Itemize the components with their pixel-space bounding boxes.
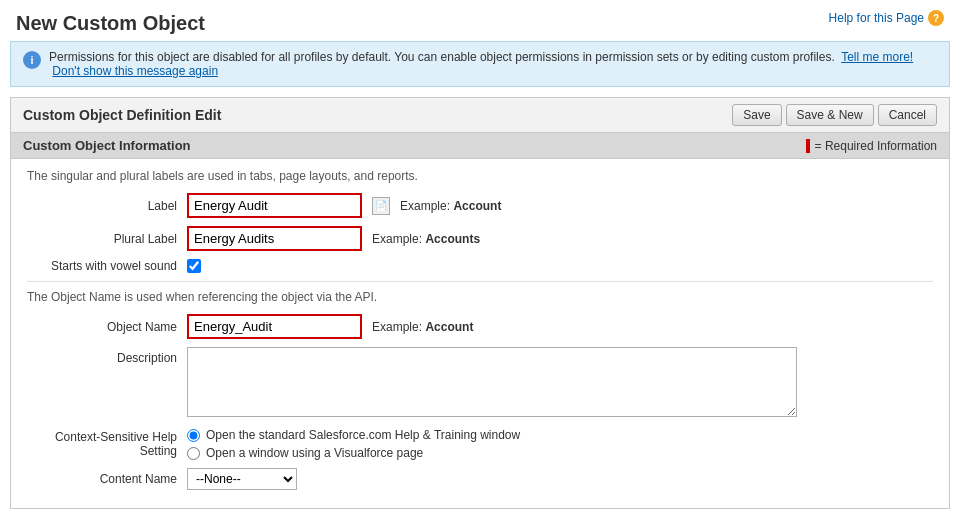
help-radio-group: Open the standard Salesforce.com Help & … xyxy=(187,428,520,460)
required-note: = Required Information xyxy=(806,139,937,153)
help-setting-row: Context-Sensitive Help Setting Open the … xyxy=(27,428,933,460)
lookup-icon[interactable]: 📄 xyxy=(372,197,390,215)
save-new-button[interactable]: Save & New xyxy=(786,104,874,126)
dont-show-link[interactable]: Don't show this message again xyxy=(52,64,218,78)
plural-example: Example: Accounts xyxy=(372,232,480,246)
section-divider xyxy=(27,281,933,282)
banner-content: Permissions for this object are disabled… xyxy=(49,50,937,78)
banner-message: Permissions for this object are disabled… xyxy=(49,50,835,64)
object-name-field-label: Object Name xyxy=(27,320,187,334)
page-title: New Custom Object xyxy=(16,12,205,35)
content-name-row: Content Name --None-- xyxy=(27,468,933,490)
help-radio-2-label: Open a window using a Visualforce page xyxy=(206,446,423,460)
object-name-input-wrap: Example: Account xyxy=(187,314,473,339)
page-header: New Custom Object Help for this Page ? xyxy=(0,0,960,41)
save-button[interactable]: Save xyxy=(732,104,781,126)
section-title: Custom Object Information xyxy=(23,138,191,153)
help-radio-1-label: Open the standard Salesforce.com Help & … xyxy=(206,428,520,442)
plural-label-row: Plural Label Example: Accounts xyxy=(27,226,933,251)
help-radio-option-2: Open a window using a Visualforce page xyxy=(187,446,520,460)
info-icon: i xyxy=(23,51,41,69)
help-radio-2[interactable] xyxy=(187,447,200,460)
description-row: Description xyxy=(27,347,933,420)
object-name-row: Object Name Example: Account xyxy=(27,314,933,339)
description-field-label: Description xyxy=(27,347,187,365)
content-name-select[interactable]: --None-- xyxy=(187,468,297,490)
vowel-sound-checkbox[interactable] xyxy=(187,259,201,273)
description-textarea[interactable] xyxy=(187,347,797,417)
help-link[interactable]: Help for this Page ? xyxy=(829,10,944,26)
content-name-select-wrap: --None-- xyxy=(187,468,297,490)
card-header: Custom Object Definition Edit Save Save … xyxy=(11,98,949,133)
vowel-checkbox-wrap xyxy=(187,259,201,273)
help-icon: ? xyxy=(928,10,944,26)
vowel-sound-label: Starts with vowel sound xyxy=(27,259,187,273)
object-name-input[interactable] xyxy=(187,314,362,339)
page-container: New Custom Object Help for this Page ? i… xyxy=(0,0,960,515)
plural-label-input-wrap: Example: Accounts xyxy=(187,226,480,251)
help-setting-label: Context-Sensitive Help Setting xyxy=(27,428,187,458)
cancel-button[interactable]: Cancel xyxy=(878,104,937,126)
label-example: Example: Account xyxy=(400,199,501,213)
button-group: Save Save & New Cancel xyxy=(732,104,937,126)
section-header: Custom Object Information = Required Inf… xyxy=(11,133,949,159)
help-radio-option-1: Open the standard Salesforce.com Help & … xyxy=(187,428,520,442)
form-section: The singular and plural labels are used … xyxy=(11,159,949,508)
label-input[interactable] xyxy=(187,193,362,218)
plural-label-input[interactable] xyxy=(187,226,362,251)
content-card: Custom Object Definition Edit Save Save … xyxy=(10,97,950,509)
help-radio-1[interactable] xyxy=(187,429,200,442)
required-label: = Required Information xyxy=(815,139,937,153)
plural-label-field-label: Plural Label xyxy=(27,232,187,246)
vowel-sound-row: Starts with vowel sound xyxy=(27,259,933,273)
card-header-title: Custom Object Definition Edit xyxy=(23,107,221,123)
label-row: Label 📄 Example: Account xyxy=(27,193,933,218)
help-link-text: Help for this Page xyxy=(829,11,924,25)
label-input-wrap: 📄 Example: Account xyxy=(187,193,501,218)
description-textarea-wrap xyxy=(187,347,933,420)
tell-me-more-link[interactable]: Tell me more! xyxy=(841,50,913,64)
object-name-description: The Object Name is used when referencing… xyxy=(27,290,933,304)
labels-description: The singular and plural labels are used … xyxy=(27,169,933,183)
required-bar-icon xyxy=(806,139,810,153)
object-name-example: Example: Account xyxy=(372,320,473,334)
label-field-label: Label xyxy=(27,199,187,213)
content-name-label: Content Name xyxy=(27,472,187,486)
info-banner: i Permissions for this object are disabl… xyxy=(10,41,950,87)
